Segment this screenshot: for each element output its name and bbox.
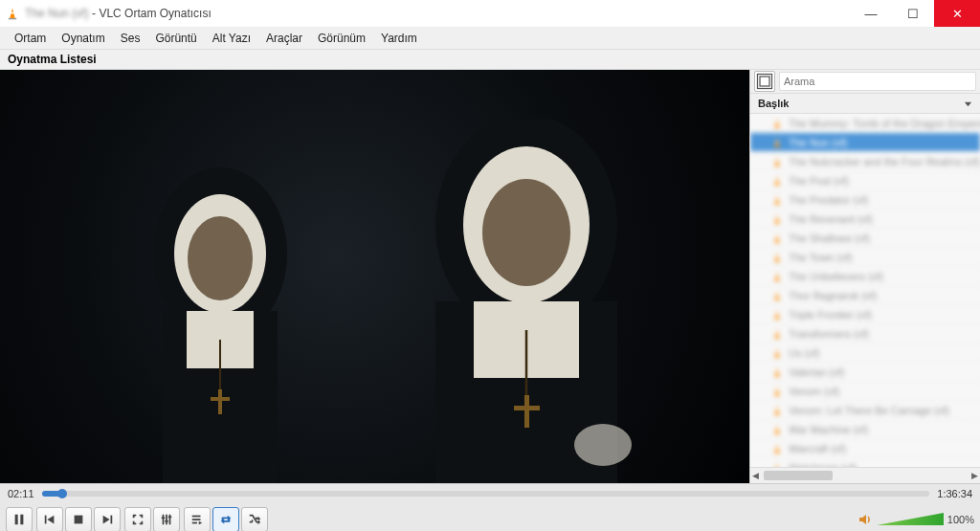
vlc-cone-icon bbox=[771, 137, 783, 148]
playlist-item-label: The Revenant (vf) bbox=[789, 213, 873, 225]
playlist-item[interactable]: Valerian (vf) bbox=[750, 363, 980, 382]
playlist-item-label: Valerian (vf) bbox=[789, 366, 844, 378]
playlist-panel: Başlık The Mummy: Tomb of the Dragon Emp… bbox=[749, 70, 980, 483]
menu-oynatim[interactable]: Oynatım bbox=[55, 30, 111, 47]
playlist-item[interactable]: Venom (vf) bbox=[750, 382, 980, 401]
playlist-item[interactable]: Thor Ragnarok (vf) bbox=[750, 286, 980, 305]
search-input[interactable] bbox=[779, 72, 976, 91]
previous-button[interactable] bbox=[36, 507, 63, 532]
menu-ses[interactable]: Ses bbox=[114, 30, 147, 47]
menu-altyazi[interactable]: Alt Yazı bbox=[206, 30, 257, 47]
fullscreen-button[interactable] bbox=[124, 507, 151, 532]
playlist-item[interactable]: Us (vf) bbox=[750, 343, 980, 363]
playlist-item-label: Venom (vf) bbox=[789, 386, 839, 397]
playlist-item[interactable]: Warcraft (vf) bbox=[750, 439, 980, 458]
extended-settings-button[interactable] bbox=[153, 507, 180, 532]
svg-rect-81 bbox=[192, 519, 201, 520]
svg-rect-71 bbox=[75, 515, 83, 523]
svg-rect-30 bbox=[776, 179, 779, 181]
playlist-view-button[interactable] bbox=[754, 71, 775, 92]
playlist-item[interactable]: Venom: Let There Be Carnage (vf) bbox=[750, 401, 980, 420]
playlist-header: Oynatma Listesi bbox=[0, 50, 980, 70]
stop-button[interactable] bbox=[65, 507, 92, 532]
playlist-item[interactable]: The Nun (vf) bbox=[750, 133, 980, 152]
scroll-right-icon[interactable]: ▶ bbox=[971, 471, 978, 480]
vlc-cone-icon bbox=[771, 118, 783, 129]
svg-rect-79 bbox=[168, 516, 172, 518]
menu-gorunum[interactable]: Görünüm bbox=[311, 30, 372, 47]
controls-bar: 100% bbox=[0, 503, 980, 531]
playlist-item[interactable]: The Nutcracker and the Four Realms (vf) bbox=[750, 152, 980, 171]
svg-rect-68 bbox=[20, 514, 23, 524]
playlist-item[interactable]: The Revenant (vf) bbox=[750, 210, 980, 229]
svg-rect-44 bbox=[776, 313, 779, 315]
svg-rect-24 bbox=[776, 122, 779, 123]
vlc-cone-icon bbox=[771, 424, 783, 435]
svg-rect-50 bbox=[776, 370, 779, 372]
playlist-toggle-button[interactable] bbox=[184, 507, 211, 532]
pause-icon bbox=[12, 513, 26, 526]
elapsed-time[interactable]: 02:11 bbox=[8, 488, 34, 499]
playlist-item[interactable]: The Unbelievers (vf) bbox=[750, 267, 980, 286]
playlist-item[interactable]: The Post (vf) bbox=[750, 171, 980, 190]
playlist-item[interactable]: Transformers (vf) bbox=[750, 324, 980, 343]
minimize-button[interactable]: — bbox=[850, 0, 892, 27]
svg-rect-18 bbox=[514, 406, 540, 410]
vlc-cone-icon bbox=[771, 252, 783, 263]
seek-knob[interactable] bbox=[57, 489, 67, 498]
playlist-item-label: The Mummy: Tomb of the Dragon Emperor (v… bbox=[789, 118, 980, 129]
scrollbar-thumb[interactable] bbox=[764, 471, 833, 480]
shuffle-icon bbox=[248, 513, 261, 526]
vlc-cone-icon bbox=[771, 386, 783, 397]
pause-button[interactable] bbox=[6, 507, 33, 532]
playlist-item[interactable]: The Predator (vf) bbox=[750, 190, 980, 210]
skip-next-icon bbox=[100, 513, 114, 526]
total-time[interactable]: 1:36:34 bbox=[937, 488, 972, 499]
vlc-cone-icon bbox=[771, 366, 783, 378]
svg-point-5 bbox=[188, 216, 253, 300]
svg-rect-78 bbox=[165, 520, 168, 521]
volume-slider[interactable] bbox=[877, 511, 944, 528]
playlist-item[interactable]: Watchmen (vf) bbox=[750, 458, 980, 467]
scroll-left-icon[interactable]: ◀ bbox=[752, 471, 759, 480]
video-area[interactable] bbox=[0, 70, 749, 483]
next-button[interactable] bbox=[94, 507, 121, 532]
close-button[interactable]: ✕ bbox=[934, 0, 980, 27]
menu-araclar[interactable]: Araçlar bbox=[259, 30, 309, 47]
playlist-item[interactable]: War Machine (vf) bbox=[750, 420, 980, 439]
playlist-item[interactable]: The Shallows (vf) bbox=[750, 229, 980, 248]
seek-slider[interactable] bbox=[42, 491, 930, 497]
svg-rect-42 bbox=[776, 294, 779, 296]
playlist-item-label: Thor Ragnarok (vf) bbox=[789, 290, 877, 301]
svg-rect-73 bbox=[111, 515, 113, 523]
sort-indicator-icon bbox=[964, 100, 972, 108]
menu-ortam[interactable]: Ortam bbox=[8, 30, 53, 47]
svg-rect-2 bbox=[9, 18, 16, 19]
playlist-item-label: The Shallows (vf) bbox=[789, 232, 870, 244]
shuffle-button[interactable] bbox=[241, 507, 268, 532]
playlist-hscrollbar[interactable]: ◀ ▶ bbox=[750, 467, 980, 483]
playlist-item-label: The Nutcracker and the Four Realms (vf) bbox=[789, 156, 980, 167]
playlist-column-header[interactable]: Başlık bbox=[750, 94, 980, 114]
vlc-cone-icon bbox=[771, 271, 783, 282]
vlc-cone-icon bbox=[771, 156, 783, 167]
menubar: Ortam Oynatım Ses Görüntü Alt Yazı Araçl… bbox=[0, 28, 980, 50]
playlist-item-label: Triple Frontier (vf) bbox=[789, 309, 872, 321]
content-area: Başlık The Mummy: Tomb of the Dragon Emp… bbox=[0, 70, 980, 484]
maximize-button[interactable]: ☐ bbox=[892, 0, 934, 27]
speaker-icon[interactable] bbox=[858, 512, 873, 527]
vlc-cone-icon bbox=[771, 309, 783, 321]
vlc-cone-icon bbox=[771, 405, 783, 416]
svg-rect-74 bbox=[163, 514, 165, 524]
loop-button[interactable] bbox=[212, 507, 239, 532]
vlc-cone-icon bbox=[771, 232, 783, 244]
svg-rect-67 bbox=[15, 514, 18, 524]
playlist-item[interactable]: Triple Frontier (vf) bbox=[750, 305, 980, 324]
playlist-item[interactable]: The Town (vf) bbox=[750, 248, 980, 267]
vlc-cone-icon bbox=[6, 7, 19, 20]
playlist-item[interactable]: The Mummy: Tomb of the Dragon Emperor (v… bbox=[750, 114, 980, 133]
menu-yardim[interactable]: Yardım bbox=[374, 30, 424, 47]
menu-goruntu[interactable]: Görüntü bbox=[148, 30, 203, 47]
playlist-list[interactable]: The Mummy: Tomb of the Dragon Emperor (v… bbox=[750, 114, 980, 467]
seek-row: 02:11 1:36:34 bbox=[0, 484, 980, 503]
